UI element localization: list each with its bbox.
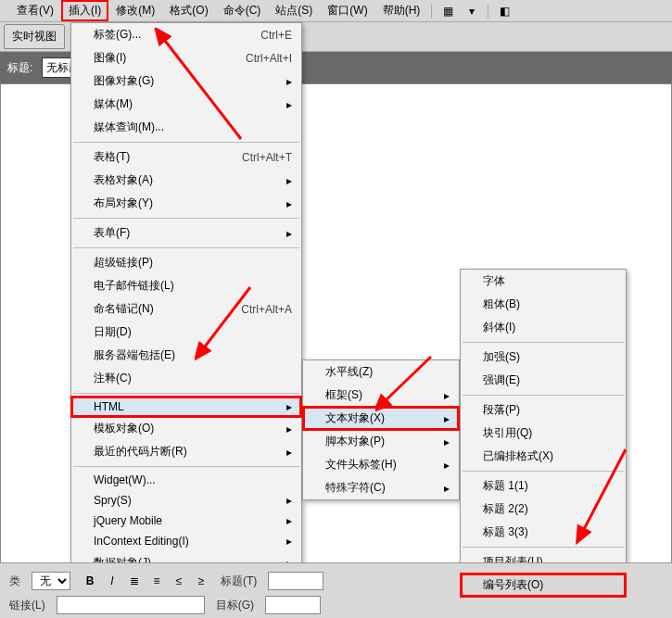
menu-item[interactable]: 脚本对象(P)▸ [303,430,459,453]
menu-item[interactable]: Spry(S)▸ [71,490,301,511]
menu-site[interactable]: 站点(S) [268,0,320,21]
menu-item[interactable]: 水平线(Z) [303,360,459,384]
italic-button[interactable]: I [104,573,120,589]
menu-item[interactable]: 表单(F)▸ [71,221,301,245]
menu-item[interactable]: 字体 [461,270,626,293]
menu-insert[interactable]: 插入(I) [61,0,108,21]
menu-item[interactable]: 斜体(I) [461,316,626,339]
menu-item[interactable]: 注释(C) [71,367,301,390]
menu-command[interactable]: 命令(C) [216,0,269,21]
menu-item[interactable]: jQuery Mobile▸ [71,511,301,531]
indent-icon[interactable]: ≥ [193,573,209,589]
menu-help[interactable]: 帮助(H) [375,0,428,21]
menu-format[interactable]: 格式(O) [162,0,215,21]
html-submenu: 水平线(Z)框架(S)▸文本对象(X)▸脚本对象(P)▸文件头标签(H)▸特殊字… [302,359,460,500]
tool-icon-3[interactable]: ◧ [496,3,513,19]
menu-modify[interactable]: 修改(M) [108,0,162,21]
menu-item[interactable]: 加强(S) [461,346,626,369]
link-label: 链接(L) [9,598,45,613]
menu-item[interactable]: 命名锚记(N)Ctrl+Alt+A [71,297,301,321]
insert-menu: 标签(G)...Ctrl+E图像(I)Ctrl+Alt+I图像对象(G)▸媒体(… [70,22,302,618]
menu-item[interactable]: 媒体(M)▸ [71,93,301,116]
title-label: 标题: [7,60,32,76]
menu-item[interactable]: Widget(W)... [71,470,301,490]
menu-item[interactable]: 最近的代码片断(R)▸ [71,440,301,463]
menu-item[interactable]: 块引用(Q) [461,422,626,445]
menu-item[interactable]: 模板对象(O)▸ [71,417,301,440]
menu-item[interactable]: 表格对象(A)▸ [71,169,301,192]
heading-label: 标题(T) [221,574,257,589]
list-ol-icon[interactable]: ≡ [148,573,165,589]
menu-item[interactable]: 表格(T)Ctrl+Alt+T [71,145,301,169]
menu-item[interactable]: 标题 2(2) [461,498,626,521]
menu-item[interactable]: 粗体(B) [461,293,626,316]
menu-item[interactable]: 超级链接(P) [71,251,301,274]
menu-item[interactable]: 文本对象(X)▸ [303,407,459,430]
menu-item[interactable]: 日期(D) [71,321,301,344]
target-label: 目标(G) [216,598,254,613]
menu-item[interactable]: 标签(G)...Ctrl+E [71,23,301,46]
list-ul-icon[interactable]: ≣ [126,573,143,589]
menu-item[interactable]: 已编排格式(X) [461,445,626,468]
menu-item[interactable]: 标题 1(1) [461,474,626,498]
menu-item[interactable]: InContext Editing(I)▸ [71,531,301,551]
menu-item[interactable]: 服务器端包括(E) [71,344,301,367]
menu-view[interactable]: 查看(V) [9,0,61,21]
class-label: 类 [9,574,20,589]
menu-item[interactable]: 布局对象(Y)▸ [71,192,301,215]
menu-item[interactable]: 特殊字符(C)▸ [303,476,459,499]
menu-item[interactable]: 图像对象(G)▸ [71,69,301,93]
menu-item[interactable]: 文件头标签(H)▸ [303,453,459,476]
tool-icon-2[interactable]: ▾ [463,3,480,19]
menubar: 查看(V) 插入(I) 修改(M) 格式(O) 命令(C) 站点(S) 窗口(W… [0,0,672,22]
menu-item[interactable]: 图像(I)Ctrl+Alt+I [71,46,301,69]
menu-item[interactable]: 编号列表(O) [461,574,626,597]
live-view-tab[interactable]: 实时视图 [4,24,65,49]
heading-input[interactable] [268,572,323,590]
outdent-icon[interactable]: ≤ [171,573,187,589]
menu-item[interactable]: HTML▸ [71,397,301,417]
link-input[interactable] [57,596,205,614]
menu-window[interactable]: 窗口(W) [320,0,374,21]
menu-item[interactable]: 媒体查询(M)... [71,116,301,139]
separator [488,4,488,19]
menu-item[interactable]: 电子邮件链接(L) [71,274,301,297]
menu-item[interactable]: 标题 3(3) [461,521,626,544]
tool-icon-1[interactable]: ▦ [439,3,456,19]
bold-button[interactable]: B [82,573,98,589]
target-input[interactable] [265,596,321,614]
class-select[interactable]: 无 [32,572,70,590]
menu-item[interactable]: 框架(S)▸ [303,384,459,407]
menu-item[interactable]: 段落(P) [461,398,626,422]
separator [431,4,432,19]
menu-item[interactable]: 强调(E) [461,369,626,392]
